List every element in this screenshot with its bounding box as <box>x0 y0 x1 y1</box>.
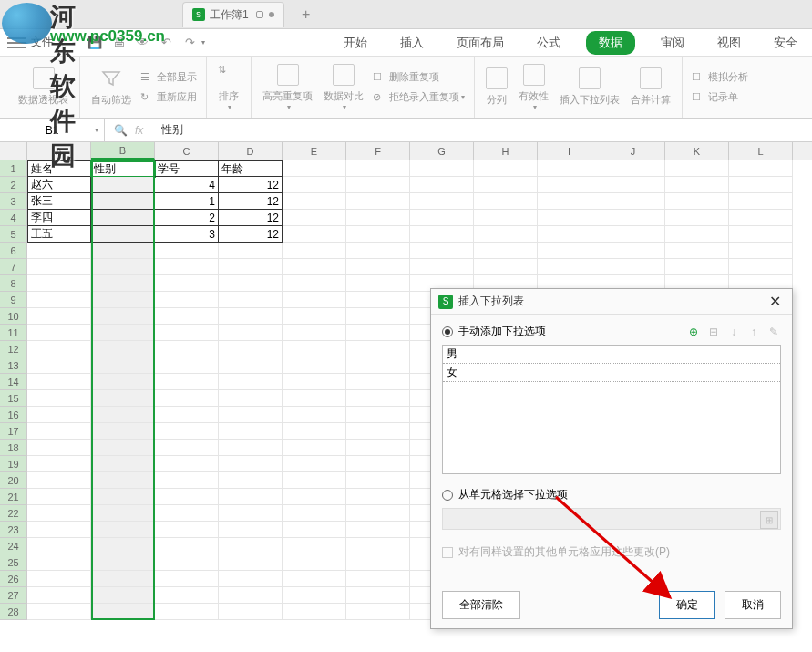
cell[interactable] <box>91 440 155 456</box>
cell[interactable] <box>219 571 283 587</box>
cell[interactable] <box>91 407 155 423</box>
cell[interactable] <box>538 160 601 177</box>
col-header-i[interactable]: I <box>538 142 601 160</box>
cell[interactable]: 性别 <box>91 160 155 177</box>
save-icon[interactable]: 💾 <box>87 35 103 51</box>
cell[interactable]: 赵六 <box>27 177 91 193</box>
row-header[interactable]: 1 <box>0 160 27 177</box>
print-preview-icon[interactable]: 👁 <box>134 35 150 51</box>
cell[interactable] <box>91 226 155 243</box>
cell[interactable] <box>91 275 155 292</box>
add-tab-button[interactable]: + <box>295 4 317 26</box>
cell[interactable]: 1 <box>155 193 219 210</box>
cell[interactable] <box>283 538 346 554</box>
row-header[interactable]: 21 <box>0 489 27 505</box>
cell[interactable] <box>283 407 346 423</box>
cell[interactable] <box>346 160 410 177</box>
cell[interactable] <box>219 308 283 325</box>
cell[interactable] <box>219 275 283 292</box>
col-header-j[interactable]: J <box>601 142 665 160</box>
cell[interactable] <box>729 177 793 193</box>
cell[interactable] <box>27 587 91 604</box>
row-header[interactable]: 3 <box>0 193 27 210</box>
cell[interactable] <box>219 554 283 571</box>
cell[interactable] <box>283 226 346 243</box>
cell[interactable] <box>283 308 346 325</box>
tab-data[interactable]: 数据 <box>586 31 635 55</box>
cell[interactable] <box>283 193 346 210</box>
move-down-icon[interactable]: ↓ <box>726 325 741 339</box>
cell[interactable] <box>665 160 729 177</box>
cell[interactable] <box>538 193 601 210</box>
cell[interactable]: 12 <box>219 177 283 193</box>
cell[interactable] <box>346 357 410 374</box>
validation-button[interactable]: 有效性▾ <box>513 57 554 118</box>
cell[interactable] <box>346 440 410 456</box>
reapply-button[interactable]: ↻重新应用 <box>137 88 200 106</box>
tab-security[interactable]: 安全 <box>766 31 805 55</box>
data-compare-button[interactable]: 数据对比▾ <box>318 57 369 118</box>
cell[interactable] <box>283 275 346 292</box>
cell[interactable] <box>155 275 219 292</box>
cell[interactable] <box>283 210 346 226</box>
cell[interactable] <box>219 440 283 456</box>
cell[interactable] <box>346 177 410 193</box>
cell[interactable] <box>91 325 155 341</box>
cell[interactable] <box>155 308 219 325</box>
cell[interactable] <box>474 259 538 275</box>
col-header-e[interactable]: E <box>283 142 346 160</box>
cell[interactable] <box>27 423 91 440</box>
col-header-c[interactable]: C <box>155 142 219 160</box>
row-header[interactable]: 10 <box>0 308 27 325</box>
row-header[interactable]: 12 <box>0 341 27 357</box>
cell[interactable] <box>91 538 155 554</box>
cell[interactable] <box>283 423 346 440</box>
cell[interactable] <box>27 325 91 341</box>
cell[interactable] <box>346 407 410 423</box>
cell[interactable]: 3 <box>155 226 219 243</box>
tab-view[interactable]: 视图 <box>710 31 748 55</box>
cell[interactable] <box>91 456 155 472</box>
cell[interactable] <box>283 604 346 620</box>
delete-dup-button[interactable]: ☐删除重复项 <box>369 68 468 86</box>
cell[interactable] <box>474 193 538 210</box>
delete-item-icon[interactable]: ⊟ <box>706 325 721 339</box>
row-header[interactable]: 22 <box>0 505 27 522</box>
cell[interactable]: 学号 <box>155 160 219 177</box>
cell[interactable] <box>155 554 219 571</box>
cell[interactable] <box>665 193 729 210</box>
cell[interactable] <box>27 571 91 587</box>
cell[interactable] <box>27 538 91 554</box>
col-header-k[interactable]: K <box>665 142 729 160</box>
cell[interactable] <box>155 571 219 587</box>
row-header[interactable]: 23 <box>0 522 27 538</box>
cell[interactable] <box>155 325 219 341</box>
cell[interactable] <box>665 226 729 243</box>
cell[interactable] <box>155 456 219 472</box>
text-to-columns-button[interactable]: 分列 <box>480 57 513 118</box>
add-item-icon[interactable]: ⊕ <box>686 325 701 339</box>
cell[interactable] <box>155 489 219 505</box>
cell[interactable] <box>91 505 155 522</box>
cell[interactable] <box>283 177 346 193</box>
insert-dropdown-button[interactable]: 插入下拉列表 <box>554 57 625 118</box>
cell[interactable] <box>346 243 410 259</box>
cell[interactable] <box>283 160 346 177</box>
cell[interactable] <box>346 554 410 571</box>
cell[interactable] <box>91 292 155 308</box>
select-all-corner[interactable] <box>0 142 27 160</box>
tab-home[interactable]: 开始 <box>336 31 375 55</box>
redo-icon[interactable]: ↷ <box>181 35 198 51</box>
cell[interactable]: 12 <box>219 193 283 210</box>
cell[interactable] <box>538 210 601 226</box>
cell[interactable] <box>665 243 729 259</box>
reject-dup-button[interactable]: ⊘拒绝录入重复项▾ <box>369 88 468 106</box>
cell[interactable] <box>219 538 283 554</box>
cell[interactable]: 李四 <box>27 210 91 226</box>
cell[interactable] <box>346 522 410 538</box>
list-item[interactable]: 男 <box>443 346 780 364</box>
cell[interactable] <box>219 325 283 341</box>
cell[interactable] <box>91 193 155 210</box>
cell[interactable] <box>283 440 346 456</box>
cell[interactable] <box>155 259 219 275</box>
